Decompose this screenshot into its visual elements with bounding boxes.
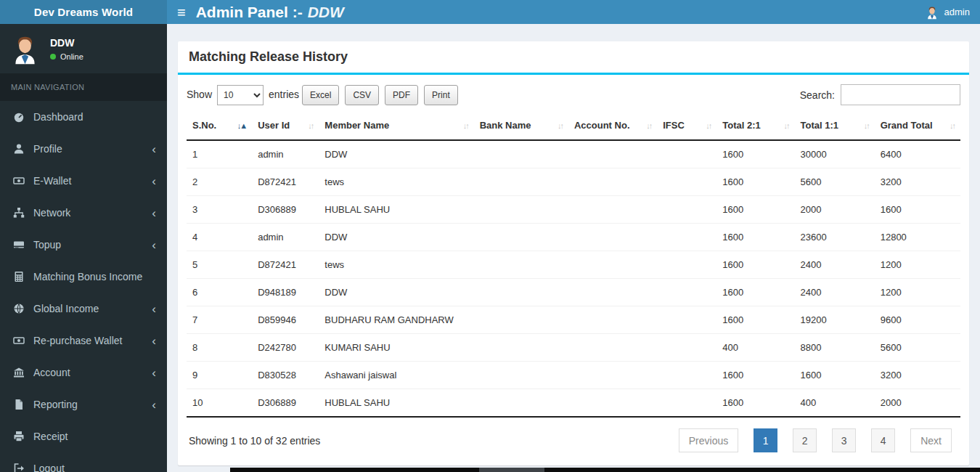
cell-sno: 6: [187, 279, 252, 306]
cell-ifsc: [657, 334, 716, 362]
cell-sno: 7: [187, 306, 252, 334]
column-header-user-id[interactable]: User Id↓↑: [252, 113, 319, 140]
sidebar-item-topup[interactable]: Topup ‹: [0, 229, 167, 261]
cell-sno: 5: [187, 251, 252, 279]
horizontal-scrollbar-track[interactable]: [230, 468, 980, 472]
cell-grand-total: 6400: [875, 140, 960, 168]
sidebar-item-logout[interactable]: Logout: [0, 452, 167, 472]
sort-icon[interactable]: ↓↑: [706, 121, 711, 130]
page-title-em: DDW: [308, 4, 344, 20]
cell-ifsc: [657, 279, 716, 306]
sidebar-item-matching-bonus-income[interactable]: Matching Bonus Income: [0, 261, 167, 293]
column-header-account-no[interactable]: Account No.↓↑: [568, 113, 657, 140]
table-row: 7 D859946 BUDHARU RAM GANDHARW 1600 1920…: [187, 306, 960, 334]
cell-sno: 3: [187, 196, 252, 224]
table-controls: Show10entries Excel CSV PDF Print Search…: [187, 84, 960, 105]
cell-member-name: HUBLAL SAHU: [319, 389, 473, 418]
pdf-export-button[interactable]: PDF: [385, 85, 418, 105]
csv-export-button[interactable]: CSV: [345, 85, 379, 105]
sidebar-item-receipt[interactable]: Receipt: [0, 420, 167, 452]
sidebar-item-global-income[interactable]: Global Income ‹: [0, 293, 167, 325]
previous-page-button[interactable]: Previous: [679, 428, 738, 452]
sort-icon[interactable]: ↓▲: [237, 121, 246, 130]
chevron-left-icon: ‹: [152, 367, 156, 379]
sort-icon[interactable]: ↓↑: [950, 121, 955, 130]
cell-total-21: 1600: [716, 196, 794, 224]
sort-icon[interactable]: ↓↑: [558, 121, 563, 130]
page-button-1[interactable]: 1: [754, 428, 777, 452]
sidebar-item-network[interactable]: Network ‹: [0, 197, 167, 229]
chevron-left-icon: ‹: [152, 335, 156, 347]
cell-account-no: [568, 140, 657, 168]
dashboard-icon: [13, 111, 25, 123]
cell-member-name: DDW: [319, 279, 473, 306]
column-header-total-21[interactable]: Total 2:1↓↑: [716, 113, 794, 140]
brand-logo[interactable]: Dev Dreams World: [0, 0, 167, 24]
sidebar-item-label: Dashboard: [33, 111, 83, 123]
page-button-3[interactable]: 3: [832, 428, 856, 452]
page-button-4[interactable]: 4: [871, 428, 895, 452]
sort-icon[interactable]: ↓↑: [864, 121, 869, 130]
sidebar-item-label: Global Income: [33, 303, 99, 314]
excel-export-button[interactable]: Excel: [302, 85, 339, 105]
sidebar-user-status[interactable]: Online: [50, 52, 83, 61]
column-header-ifsc[interactable]: IFSC↓↑: [657, 113, 716, 140]
user-avatar-image: [9, 33, 41, 65]
cell-member-name: BUDHARU RAM GANDHARW: [319, 306, 473, 334]
column-header-bank-name[interactable]: Bank Name↓↑: [474, 113, 568, 140]
sort-icon[interactable]: ↓↑: [308, 121, 313, 130]
sidebar-user-panel: DDW Online: [0, 24, 167, 73]
cell-total-21: 1600: [716, 224, 794, 251]
sidebar-menu: Dashboard Profile ‹ E-Wallet ‹ Network ‹…: [0, 101, 167, 472]
table-row: 8 D242780 KUMARI SAHU 400 8800 5600: [187, 334, 960, 362]
cell-user-id: admin: [252, 224, 319, 251]
table-row: 1 admin DDW 1600 30000 6400: [187, 140, 960, 168]
page-length-select[interactable]: 10: [217, 85, 264, 105]
cell-total-21: 1600: [716, 251, 794, 279]
navbar: ≡ Admin Panel :-DDW admin: [167, 0, 980, 24]
sign-out-icon: [13, 463, 25, 472]
column-header-sno[interactable]: S.No.↓▲: [187, 113, 252, 140]
sidebar-item-repurchase-wallet[interactable]: Re-purchase Wallet ‹: [0, 325, 167, 357]
cell-member-name: Ashawani jaiswal: [319, 362, 473, 389]
next-page-button[interactable]: Next: [910, 428, 952, 452]
sidebar-item-label: Logout: [33, 463, 65, 472]
cell-grand-total: 1600: [875, 196, 960, 224]
cell-user-id: D948189: [252, 279, 319, 306]
sidebar-item-account[interactable]: Account ‹: [0, 357, 167, 388]
print-export-button[interactable]: Print: [424, 85, 458, 105]
cell-account-no: [568, 362, 657, 389]
horizontal-scrollbar-thumb[interactable]: [479, 468, 544, 472]
hamburger-menu-icon[interactable]: ≡: [177, 5, 186, 20]
column-header-total-11[interactable]: Total 1:1↓↑: [795, 113, 875, 140]
sidebar-item-dashboard[interactable]: Dashboard: [0, 101, 167, 133]
printer-icon: [13, 431, 25, 442]
column-header-member-name[interactable]: Member Name↓↑: [319, 113, 473, 140]
cell-user-id: D830528: [252, 362, 319, 389]
search-input[interactable]: [841, 84, 960, 105]
cell-grand-total: 9600: [875, 306, 960, 334]
sitemap-icon: [13, 207, 25, 219]
sort-icon[interactable]: ↓↑: [646, 121, 651, 130]
cell-member-name: HUBLAL SAHU: [319, 196, 473, 224]
cell-user-id: D306889: [252, 196, 319, 224]
table-row: 5 D872421 tews 1600 2400 1200: [187, 251, 960, 279]
sidebar-item-profile[interactable]: Profile ‹: [0, 133, 167, 165]
cell-grand-total: 5600: [875, 334, 960, 362]
table-footer: Showing 1 to 10 of 32 entries Previous 1…: [187, 428, 960, 452]
sidebar-item-ewallet[interactable]: E-Wallet ‹: [0, 165, 167, 197]
cell-grand-total: 3200: [875, 168, 960, 196]
navbar-user-menu[interactable]: admin: [925, 5, 970, 20]
sort-icon[interactable]: ↓↑: [463, 121, 468, 130]
cell-total-11: 19200: [795, 306, 875, 334]
column-header-grand-total[interactable]: Grand Total↓↑: [875, 113, 960, 140]
sort-icon[interactable]: ↓↑: [784, 121, 789, 130]
cell-account-no: [568, 279, 657, 306]
table-header-row: S.No.↓▲ User Id↓↑ Member Name↓↑ Bank Nam…: [187, 113, 960, 140]
page-button-2[interactable]: 2: [793, 428, 817, 452]
chevron-left-icon: ‹: [152, 207, 156, 219]
show-label: Show: [187, 89, 212, 100]
sidebar-item-reporting[interactable]: Reporting ‹: [0, 388, 167, 420]
page-title: Admin Panel :-DDW: [196, 4, 344, 21]
cell-user-id: D859946: [252, 306, 319, 334]
